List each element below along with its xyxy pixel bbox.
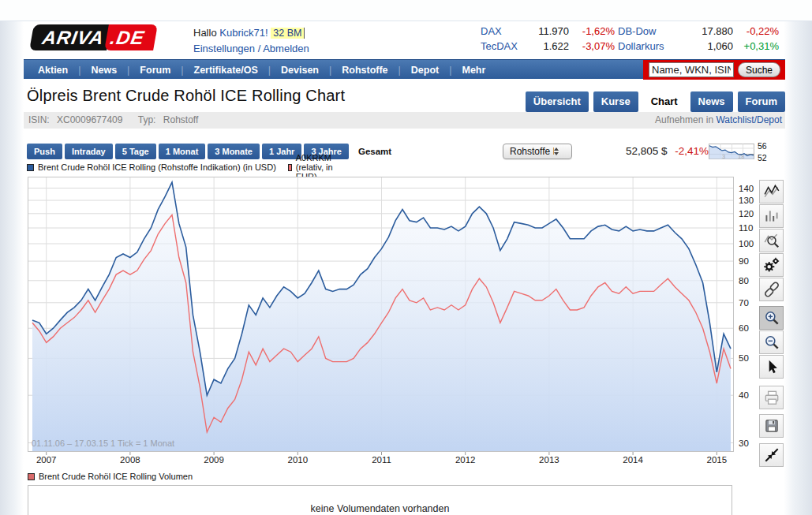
svg-text:2014: 2014 [623, 455, 643, 465]
pencil-icon [763, 281, 780, 298]
chart-analysis-button[interactable] [759, 229, 784, 252]
range-gesamt[interactable]: Gesamt [351, 144, 399, 159]
nav-item-depot[interactable]: Depot [411, 65, 462, 76]
range-buttons: Push Intraday 5 Tage 1 Monat 3 Monate 1 … [27, 144, 399, 159]
ticker-change-dollarkurs: +0,31% [736, 40, 779, 55]
nav-item-rohstoffe[interactable]: Rohstoffe [342, 65, 411, 76]
watchlist-prefix: Aufnehmen in [655, 114, 713, 125]
logout-link[interactable]: Abmelden [263, 43, 309, 54]
svg-text:40: 40 [739, 390, 749, 400]
isin-value: XC0009677409 [57, 114, 122, 125]
tab-uebersicht[interactable]: Übersicht [526, 91, 589, 112]
greeting-hello: Hallo [193, 27, 217, 39]
nav-item-devisen[interactable]: Devisen [281, 65, 342, 76]
range-push[interactable]: Push [27, 144, 62, 159]
ticker-value-tecdax: 1.622 [525, 40, 569, 55]
chart-settings-button[interactable] [759, 253, 784, 277]
svg-text:2012: 2012 [455, 455, 476, 465]
save-button[interactable] [759, 414, 784, 438]
print-button[interactable] [759, 386, 784, 409]
volume-message: keine Volumendaten vorhanden [28, 503, 732, 514]
cursor-icon [763, 358, 780, 375]
nav-item-forum[interactable]: Forum [140, 65, 193, 76]
watchlist-link[interactable]: Watchlist/Depot [716, 114, 782, 125]
ariva-logo[interactable]: ARIVA .DE [32, 24, 155, 50]
collapse-icon [763, 446, 780, 464]
svg-text:70: 70 [739, 298, 749, 308]
tab-news[interactable]: News [690, 91, 733, 112]
volume-swatch [28, 473, 35, 480]
svg-text:56: 56 [758, 143, 767, 151]
printer-icon [763, 389, 780, 406]
range-intraday[interactable]: Intraday [65, 144, 113, 159]
mini-sparkline-chart[interactable]: 3185652 [709, 143, 772, 162]
svg-text:30: 30 [739, 438, 749, 448]
cursor-button[interactable] [759, 355, 784, 379]
ticker-label-dollarkurs[interactable]: Dollarkurs [618, 40, 683, 55]
chart-type-bars-button[interactable] [759, 204, 784, 228]
zoom-in-icon [763, 309, 780, 327]
gear-icon [763, 256, 780, 274]
chart-type-line-button[interactable] [759, 180, 784, 203]
nav-item-mehr[interactable]: Mehr [462, 65, 485, 76]
ticker-value-dax: 11.970 [525, 25, 569, 40]
search-input[interactable] [649, 62, 734, 77]
svg-text:60: 60 [739, 323, 749, 333]
line-chart-icon [763, 183, 780, 200]
tab-forum[interactable]: Forum [738, 91, 785, 112]
settings-link[interactable]: Einstellungen [193, 43, 255, 54]
index-tickers: DAX 11.970 -1,62% DB-Dow 17.880 -0,22% T… [481, 25, 779, 55]
svg-text:2009: 2009 [204, 455, 224, 465]
ticker-label-tecdax[interactable]: TecDAX [481, 40, 522, 55]
ticker-label-dbdow[interactable]: DB-Dow [618, 25, 683, 40]
svg-text:2013: 2013 [539, 455, 559, 465]
price-change: -2,41% [675, 145, 709, 157]
ticker-label-dax[interactable]: DAX [481, 25, 522, 40]
save-icon [763, 417, 780, 435]
search-button[interactable]: Suche [738, 62, 780, 77]
svg-text:110: 110 [739, 223, 753, 233]
svg-text:2011: 2011 [372, 455, 391, 465]
nav-item-zertifikate[interactable]: Zertifikate/OS [194, 65, 282, 76]
isin-label: ISIN: [28, 114, 50, 125]
series-swatch-usd [27, 164, 34, 171]
typ-value: Rohstoff [163, 114, 198, 125]
logo-text-red: .DE [104, 24, 158, 50]
collapse-button[interactable] [759, 443, 784, 467]
zoom-out-button[interactable] [759, 330, 784, 354]
svg-text:3: 3 [722, 153, 725, 160]
price-chart[interactable]: 01.11.06 – 17.03.15 1 Tick = 1 Monat2007… [28, 177, 758, 465]
logo-text-black: ARIVA [29, 24, 111, 50]
instrument-tabs: Übersicht Kurse Chart News Forum [526, 91, 785, 112]
range-3-monate[interactable]: 3 Monate [208, 144, 260, 159]
ticker-change-tecdax: -3,07% [572, 40, 615, 55]
volume-legend-label: Brent Crude Rohöl ICE Rolling Volumen [39, 472, 193, 481]
tab-chart[interactable]: Chart [643, 91, 686, 112]
range-5-tage[interactable]: 5 Tage [115, 144, 156, 159]
zoom-out-icon [763, 334, 780, 351]
series-swatch-eur [288, 164, 292, 171]
rohstoffe-dropdown[interactable]: Rohstoffe I [503, 144, 572, 159]
nav-item-news[interactable]: News [91, 65, 140, 76]
nav-item-aktien[interactable]: Aktien [38, 65, 91, 76]
zoom-in-button[interactable] [759, 306, 784, 330]
range-1-monat[interactable]: 1 Monat [159, 144, 206, 159]
last-price: 52,805 $ [626, 145, 668, 157]
isin-bar: ISIN: XC0009677409 Typ: Rohstoff Aufnehm… [24, 112, 785, 129]
svg-text:140: 140 [739, 184, 754, 193]
svg-text:2015: 2015 [707, 455, 728, 465]
username-link[interactable]: Kubrick71! [219, 27, 268, 39]
ticker-change-dbdow: -0,22% [736, 25, 779, 40]
svg-text:80: 80 [739, 276, 749, 285]
volume-legend: Brent Crude Rohöl ICE Rolling Volumen [28, 472, 193, 481]
chart-search-icon [763, 232, 780, 249]
svg-text:90: 90 [739, 256, 749, 266]
chart-legend: Brent Crude Rohöl ICE Rolling (Rohstoffe… [27, 162, 276, 172]
svg-text:2010: 2010 [288, 455, 309, 465]
tab-kurse[interactable]: Kurse [593, 91, 638, 112]
message-count-badge[interactable]: 32 BM [271, 28, 305, 39]
svg-text:52: 52 [758, 153, 767, 162]
draw-tool-button[interactable] [759, 278, 784, 301]
svg-text:120: 120 [739, 209, 754, 218]
ticker-value-dbdow: 17.880 [686, 25, 733, 40]
